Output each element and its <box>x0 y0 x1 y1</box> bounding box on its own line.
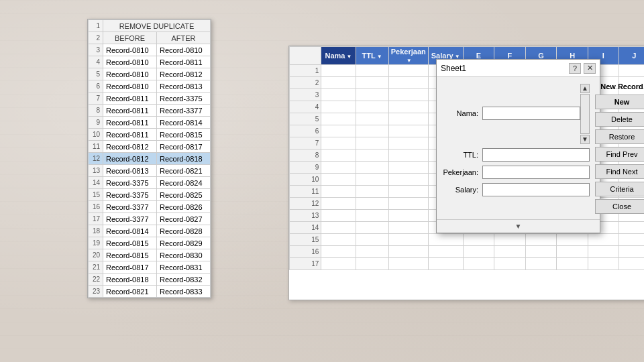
field-input-salary[interactable] <box>482 183 590 196</box>
field-label-nama: Nama: <box>442 109 482 117</box>
scroll-indicator-nama: ▲ ▼ <box>580 82 590 144</box>
col-before-header: BEFORE <box>103 32 157 44</box>
dialog-buttons: New Record New Delete Restore Find Prev … <box>595 82 644 214</box>
filter-arrow-ttl[interactable]: ▼ <box>377 54 382 60</box>
field-row-salary: Salary: <box>442 183 590 196</box>
dialog-body: Nama: ▲ ▼ TTL: Pekerjaan: Salary: <box>437 77 600 219</box>
dialog-window-controls: ? ✕ <box>569 63 596 74</box>
col-j-header[interactable]: J <box>619 47 644 65</box>
row-num: 1 <box>89 20 103 32</box>
filter-arrow-nama[interactable]: ▼ <box>346 54 352 60</box>
col-ttl-header[interactable]: TTL▼ <box>356 47 388 65</box>
field-label-pekerjaan: Pekerjaan: <box>442 168 482 176</box>
filter-arrow-pekerjaan[interactable]: ▼ <box>407 58 412 64</box>
close-button[interactable]: Close <box>595 199 644 214</box>
field-input-ttl[interactable] <box>482 148 590 162</box>
field-row-nama: Nama: ▲ ▼ <box>442 82 590 144</box>
col-after-header: AFTER <box>157 32 211 44</box>
new-record-label: New Record <box>595 82 644 90</box>
left-spreadsheet: 1 REMOVE DUPLICATE 2 BEFORE AFTER 3Recor… <box>87 19 211 298</box>
scroll-up-arrow[interactable]: ▲ <box>580 84 590 93</box>
restore-button[interactable]: Restore <box>595 129 644 144</box>
dialog-footer: ▼ <box>437 219 600 233</box>
find-next-button[interactable]: Find Next <box>595 164 644 179</box>
record-dialog: Sheet1 ? ✕ Nama: ▲ ▼ TTL: Pekerjaan: <box>436 59 600 233</box>
dialog-close-button[interactable]: ✕ <box>584 63 596 74</box>
sheet-title: REMOVE DUPLICATE <box>103 20 211 32</box>
field-row-pekerjaan: Pekerjaan: <box>442 166 590 179</box>
field-row-ttl: TTL: <box>442 148 590 162</box>
new-button[interactable]: New <box>595 95 644 109</box>
scroll-down-icon[interactable]: ▼ <box>515 223 522 230</box>
dialog-title: Sheet1 <box>441 64 466 73</box>
dialog-help-button[interactable]: ? <box>569 63 581 74</box>
field-label-salary: Salary: <box>442 186 482 194</box>
find-prev-button[interactable]: Find Prev <box>595 147 644 162</box>
field-input-pekerjaan[interactable] <box>482 166 590 179</box>
scroll-track <box>580 94 590 134</box>
col-pekerjaan-header[interactable]: Pekerjaan▼ <box>388 47 428 65</box>
row-num: 2 <box>89 32 103 44</box>
field-input-nama[interactable] <box>482 107 580 120</box>
criteria-button[interactable]: Criteria <box>595 182 644 196</box>
delete-button[interactable]: Delete <box>595 112 644 127</box>
col-nama-header[interactable]: Nama▼ <box>321 47 356 65</box>
dialog-fields: Nama: ▲ ▼ TTL: Pekerjaan: Salary: <box>442 82 590 214</box>
scroll-down-arrow-small[interactable]: ▼ <box>580 135 590 144</box>
field-label-ttl: TTL: <box>442 151 482 159</box>
dialog-titlebar: Sheet1 ? ✕ <box>437 60 600 77</box>
